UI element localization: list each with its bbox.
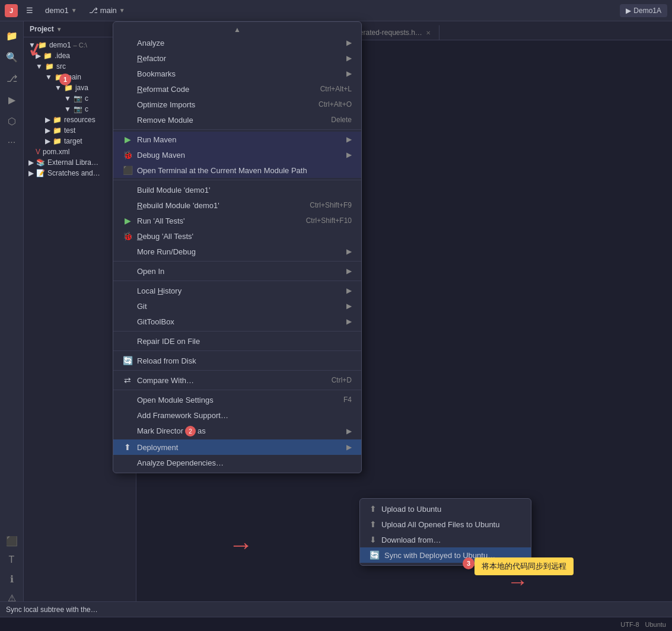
- menu-refactor[interactable]: Refactor ▶: [113, 50, 361, 66]
- encoding-label: UTF-8: [620, 621, 639, 628]
- menu-label: Run Maven: [137, 135, 176, 144]
- menu-mark-directory[interactable]: Mark Director2as ▶: [113, 423, 361, 439]
- folder-icon: 📝: [36, 169, 45, 177]
- folder-icon: 📷: [74, 94, 82, 103]
- folder-icon: 📁: [53, 126, 62, 135]
- expand-icon: ▼: [64, 105, 71, 113]
- submenu-arrow-icon: ▶: [346, 267, 352, 275]
- info-icon[interactable]: ℹ: [2, 569, 21, 588]
- expand-icon: ▼: [55, 84, 62, 92]
- expand-icon: ▼: [36, 62, 43, 71]
- folder-icon: 📷: [74, 105, 82, 113]
- expand-icon: ▶: [45, 116, 50, 124]
- menu-run-maven[interactable]: ▶ Run Maven ▶: [113, 132, 361, 147]
- submenu-arrow-icon: ▶: [346, 302, 352, 310]
- remove-icon: [123, 115, 132, 125]
- menu-label: Open Module Settings: [137, 396, 214, 404]
- menu-rebuild-module[interactable]: Rebuild Module 'demo1' Ctrl+Shift+F9: [113, 197, 361, 213]
- tree-label: pom.xml: [43, 148, 69, 156]
- menu-analyze-deps[interactable]: Analyze Dependencies…: [113, 455, 361, 470]
- submenu-upload-all[interactable]: ⬆ Upload All Opened Files to Ubuntu: [360, 517, 531, 532]
- tree-label: target: [64, 137, 82, 145]
- tab-close-icon[interactable]: ✕: [426, 30, 431, 36]
- menu-repair-ide[interactable]: Repair IDE on File: [113, 333, 361, 349]
- menu-more-run[interactable]: More Run/Debug ▶: [113, 244, 361, 259]
- submenu-deployment: ⬆ Upload to Ubuntu ⬆ Upload All Opened F…: [359, 498, 531, 566]
- submenu-arrow-icon: ▶: [346, 135, 352, 144]
- plugins-icon[interactable]: ⬡: [2, 111, 21, 130]
- menu-gittoolbox[interactable]: GitToolBox ▶: [113, 314, 361, 329]
- project-name: demo1: [45, 6, 69, 15]
- chevron-down-icon: ▼: [119, 7, 125, 14]
- project-dropdown[interactable]: demo1 ▼: [42, 5, 81, 16]
- chevron-down-icon: ▼: [56, 26, 62, 33]
- more-icon[interactable]: ···: [2, 133, 21, 152]
- terminal-maven-icon: ⬛: [123, 165, 132, 175]
- top-bar-right: ▶ Demo1A: [620, 4, 667, 17]
- menu-debug-all-tests[interactable]: 🐞 Debug 'All Tests': [113, 228, 361, 244]
- menu-bookmarks[interactable]: Bookmarks ▶: [113, 66, 361, 81]
- submenu-download[interactable]: ⬇ Download from…: [360, 532, 531, 547]
- menu-optimize[interactable]: Optimize Imports Ctrl+Alt+O: [113, 97, 361, 112]
- shortcut-label: F4: [343, 396, 352, 404]
- sidebar-toggle-icon[interactable]: 📁: [2, 26, 21, 45]
- shortcut-label: Ctrl+Shift+F10: [306, 216, 352, 225]
- menu-label: Debug 'All Tests': [137, 232, 193, 241]
- shortcut-label: Ctrl+D: [332, 376, 352, 384]
- submenu-upload-ubuntu[interactable]: ⬆ Upload to Ubuntu: [360, 501, 531, 517]
- menu-separator: [113, 281, 361, 281]
- submenu-arrow-icon: ▶: [346, 427, 352, 435]
- menu-label: Optimize Imports: [137, 100, 195, 109]
- menu-label: Deployment: [137, 443, 178, 452]
- menu-deployment[interactable]: ⬆ Deployment ▶: [113, 439, 361, 455]
- menu-label: Rebuild Module 'demo1': [137, 201, 219, 210]
- expand-icon: ▼: [64, 94, 71, 103]
- step-badge-3: 3: [463, 557, 474, 569]
- menu-analyze[interactable]: Analyze ▶: [113, 35, 361, 50]
- git-icon[interactable]: ⎇: [2, 69, 21, 88]
- hamburger-menu[interactable]: ☰: [23, 5, 37, 16]
- submenu-arrow-icon: ▶: [346, 317, 352, 326]
- menu-open-terminal[interactable]: ⬛ Open Terminal at the Current Maven Mod…: [113, 162, 361, 178]
- menu-label: Reload from Disk: [137, 356, 196, 365]
- submenu-arrow-icon: ▶: [346, 69, 352, 78]
- font-icon[interactable]: T: [2, 550, 21, 569]
- icon-bar: 📁 🔍 ⎇ ▶ ⬡ ··· ⬛ T ℹ ⚠ ⚙: [0, 21, 24, 631]
- menu-run-all-tests[interactable]: ▶ Run 'All Tests' Ctrl+Shift+F10: [113, 213, 361, 228]
- search-icon[interactable]: 🔍: [2, 47, 21, 66]
- menu-label: GitToolBox: [137, 317, 174, 326]
- menu-compare-with[interactable]: ⇄ Compare With… Ctrl+D: [113, 372, 361, 388]
- menu-reload-disk[interactable]: 🔄 Reload from Disk: [113, 353, 361, 368]
- menu-label: Local History: [137, 286, 181, 295]
- git-menu-icon: [123, 301, 132, 311]
- menu-open-module-settings[interactable]: Open Module Settings F4: [113, 392, 361, 407]
- rebuild-icon: [123, 200, 132, 210]
- demo1a-button[interactable]: ▶ Demo1A: [620, 4, 667, 17]
- branch-dropdown[interactable]: ⎇ main ▼: [85, 5, 129, 16]
- menu-label: Compare With…: [137, 376, 194, 385]
- tree-label: Scratches and…: [47, 169, 100, 177]
- menu-reformat[interactable]: Reformat Code Ctrl+Alt+L: [113, 81, 361, 97]
- run-icon[interactable]: ▶: [2, 90, 21, 109]
- menu-open-in[interactable]: Open In ▶: [113, 263, 361, 279]
- menu-local-history[interactable]: Local History ▶: [113, 283, 361, 298]
- framework-icon: [123, 410, 132, 420]
- app-logo: J: [5, 4, 18, 17]
- submenu-label: Download from…: [381, 536, 441, 544]
- menu-remove-module[interactable]: Remove Module Delete: [113, 112, 361, 128]
- menu-separator: [113, 370, 361, 371]
- menu-add-framework[interactable]: Add Framework Support…: [113, 407, 361, 423]
- menu-git[interactable]: Git ▶: [113, 298, 361, 314]
- download-icon: ⬇: [370, 535, 377, 544]
- optimize-icon: [123, 100, 132, 109]
- menu-label: Add Framework Support…: [137, 411, 228, 420]
- debug-maven-icon: 🐞: [123, 150, 132, 160]
- menu-debug-maven[interactable]: 🐞 Debug Maven ▶: [113, 147, 361, 162]
- tree-label: c: [85, 105, 88, 113]
- terminal-icon[interactable]: ⬛: [2, 531, 21, 550]
- menu-build-module[interactable]: Build Module 'demo1': [113, 182, 361, 197]
- scroll-up-icon[interactable]: ▲: [113, 24, 361, 35]
- tree-label: test: [64, 126, 75, 135]
- open-in-icon: [123, 266, 132, 276]
- shortcut-label: Ctrl+Alt+O: [319, 100, 352, 109]
